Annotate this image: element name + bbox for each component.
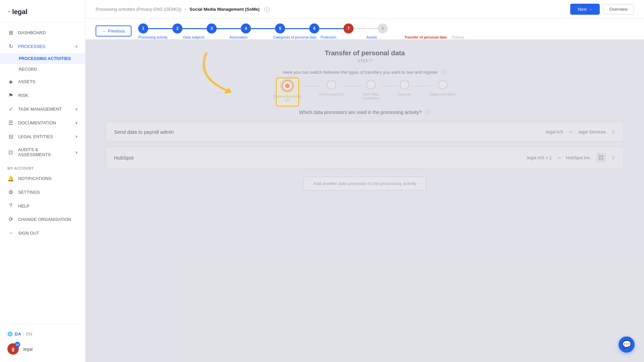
step-label-8: Policies xyxy=(449,35,467,39)
account-section-label: MY ACCOUNT xyxy=(0,161,85,172)
step-7[interactable]: 7 xyxy=(343,23,354,34)
sidebar-item-dashboard[interactable]: ⊞ DASHBOARD xyxy=(0,26,85,40)
globe-icon: 🌐 xyxy=(7,331,13,337)
sidebar-item-assets[interactable]: ◈ ASSETS xyxy=(0,75,85,88)
tab-label-joint: Joint datacontrollers xyxy=(362,92,379,100)
sidebar-item-label: CHANGE ORGANISATION xyxy=(18,217,71,222)
task-icon: ✓ xyxy=(7,106,14,112)
sidebar-nav: ⊞ DASHBOARD ↻ PROCESSES ∧ PROCESSING ACT… xyxy=(0,22,85,324)
next-button[interactable]: Next → xyxy=(570,4,599,15)
chat-button[interactable]: 💬 xyxy=(619,337,635,353)
dp-from-2: .legal A/S + 1 xyxy=(526,155,552,160)
connector-3-4 xyxy=(217,28,241,29)
notification-count: 15 xyxy=(15,342,20,347)
question-text: Which data processors are used in the pr… xyxy=(299,110,422,115)
breadcrumb-info-icon[interactable]: i xyxy=(264,7,270,12)
sidebar-item-notifications[interactable]: 🔔 NOTIFICATIONS xyxy=(0,172,85,185)
sidebar-item-processing-activities[interactable]: PROCESSING ACTIVITIES xyxy=(0,53,85,64)
settings-icon: ⚙ xyxy=(7,189,14,195)
type-tabs-container: Data processors(2) Disclosures (1) Joint… xyxy=(96,80,634,102)
sidebar-item-processes[interactable]: ↻ PROCESSES ∧ xyxy=(0,40,85,53)
dp-expand-icon-1[interactable]: ∨ xyxy=(611,128,615,135)
tab-label-sources: Sources xyxy=(398,92,411,96)
tab-label-data-controllers: Data controllers xyxy=(430,92,455,96)
chat-icon: 💬 xyxy=(622,340,631,349)
sidebar-item-record[interactable]: RECORD xyxy=(0,64,85,75)
question-info-icon[interactable]: i xyxy=(425,110,430,115)
sidebar-item-legal-entities[interactable]: ⊟ LEGAL ENTITIES ∨ xyxy=(0,130,85,143)
sidebar-item-label: LEGAL ENTITIES xyxy=(18,134,53,139)
dp-to-2: HubSpot Inc. xyxy=(566,155,591,160)
svg-rect-1 xyxy=(599,155,601,157)
chevron-up-icon: ∧ xyxy=(75,44,78,49)
dp-flow-1: .legal A/S → .legal Services xyxy=(545,128,606,135)
sidebar-item-sign-out[interactable]: → SIGN OUT xyxy=(0,226,85,240)
sidebar-item-label: SIGN OUT xyxy=(18,231,39,236)
breadcrumb-parent[interactable]: Processing activities (Privacy ENG (DEMO… xyxy=(96,7,181,12)
sidebar-item-documentation[interactable]: ☰ DOCUMENTATION ∨ xyxy=(0,116,85,130)
sidebar-item-help[interactable]: ? HELP xyxy=(0,199,85,213)
sidebar-item-change-org[interactable]: ⟳ CHANGE ORGANISATION xyxy=(0,213,85,226)
logo-text: legal xyxy=(12,8,28,16)
lang-en[interactable]: EN xyxy=(26,331,32,337)
step-6[interactable]: 6 xyxy=(309,23,319,34)
connector-7-8 xyxy=(354,28,378,29)
add-processor-container: Add another data processor to the proces… xyxy=(96,173,634,194)
steps-wrap: 1 2 3 4 xyxy=(138,23,634,39)
step-1[interactable]: 1 xyxy=(138,23,148,34)
step-3[interactable]: 3 xyxy=(207,23,217,34)
tab-disclosures[interactable]: Disclosures (1) xyxy=(319,80,344,96)
dp-expand-icon-2[interactable]: ∨ xyxy=(611,154,615,161)
tab-data-processors[interactable]: Data processors(2) xyxy=(274,80,301,102)
switch-info-icon[interactable]: i xyxy=(441,69,446,75)
svg-rect-3 xyxy=(599,158,601,160)
tab-data-controllers[interactable]: Data controllers xyxy=(430,80,455,96)
table-row[interactable]: HubSpot .legal A/S + 1 → HubSpot Inc. ∨ xyxy=(106,146,624,169)
sidebar-item-task-management[interactable]: ✓ TASK MANAGEMENT ∨ xyxy=(0,102,85,116)
chevron-down-icon3: ∨ xyxy=(75,134,78,139)
audits-icon: ⊡ xyxy=(7,149,14,156)
assets-icon: ◈ xyxy=(7,78,14,85)
lang-da[interactable]: DA xyxy=(15,331,21,337)
tab-circle-data-controllers xyxy=(438,80,447,89)
tab-connector-1 xyxy=(301,86,319,86)
sidebar-item-label: AUDITS & ASSESSMENTS xyxy=(18,147,71,157)
steps-nav-row: ← Previous 1 2 3 xyxy=(86,19,644,40)
table-row[interactable]: Send data to payroll admin .legal A/S → … xyxy=(106,122,624,142)
tab-sources[interactable]: Sources xyxy=(398,80,411,96)
prev-btn-wrap: ← Previous xyxy=(96,23,131,37)
connector-4-5 xyxy=(251,28,275,29)
sidebar-item-label: DASHBOARD xyxy=(18,30,46,35)
chevron-down-icon2: ∨ xyxy=(75,121,78,125)
breadcrumb-current: Social Media Management (SoMe) xyxy=(190,7,260,12)
step-8[interactable]: 8 xyxy=(378,23,388,34)
sidebar-item-label: TASK MANAGEMENT xyxy=(18,107,62,112)
step-label-3: Association xyxy=(228,35,249,39)
dp-from-1: .legal A/S xyxy=(545,129,564,134)
add-processor-button[interactable]: Add another data processor to the proces… xyxy=(304,177,426,190)
sidebar-item-audits[interactable]: ⊡ AUDITS & ASSESSMENTS ∨ xyxy=(0,143,85,161)
step-2[interactable]: 2 xyxy=(172,23,182,34)
overview-button[interactable]: Overview xyxy=(603,4,634,14)
dp-list: Send data to payroll admin .legal A/S → … xyxy=(96,122,634,169)
sidebar-item-risk[interactable]: ⚑ RISK xyxy=(0,88,85,102)
content-area: Transfer of personal data STEP 7 Here yo… xyxy=(86,40,644,362)
sidebar-subitem-label: PROCESSING ACTIVITIES xyxy=(19,56,71,61)
step-4[interactable]: 4 xyxy=(241,23,251,34)
connector-2-3 xyxy=(182,28,207,29)
prev-button[interactable]: ← Previous xyxy=(96,25,131,37)
tab-circle-data-processors xyxy=(282,80,293,92)
tab-label-data-processors: Data processors(2) xyxy=(274,94,301,102)
sidebar-item-label: NOTIFICATIONS xyxy=(18,176,51,181)
sidebar-item-label: DOCUMENTATION xyxy=(18,120,56,125)
svg-marker-0 xyxy=(224,87,231,94)
tab-connector-3 xyxy=(379,86,398,86)
documentation-icon: ☰ xyxy=(7,120,14,126)
sidebar-item-settings[interactable]: ⚙ SETTINGS xyxy=(0,185,85,199)
steps-nav-container: ← Previous 1 2 3 xyxy=(86,19,644,40)
step-5[interactable]: 5 xyxy=(275,23,285,34)
tab-joint-data-controllers[interactable]: Joint datacontrollers xyxy=(362,80,379,100)
avatar-initial: g xyxy=(12,346,15,352)
step-label-6: Assets xyxy=(363,35,380,39)
chevron-down-icon4: ∨ xyxy=(75,150,78,155)
